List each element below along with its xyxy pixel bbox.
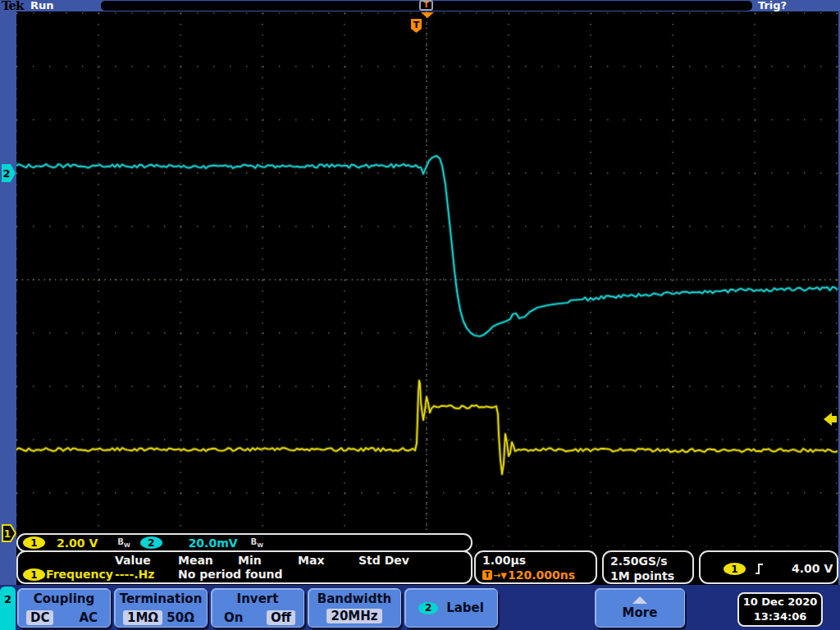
ch1-scale-value: 2.00 V bbox=[57, 536, 98, 550]
meas-header-mean: Mean bbox=[178, 554, 213, 567]
meas-value: ----.Hz bbox=[115, 568, 154, 581]
trigger-delay-value: 120.000ns bbox=[508, 568, 575, 582]
meas-source-badge: 1 bbox=[23, 568, 45, 581]
timebase-scale: 1.00μs bbox=[482, 554, 596, 567]
time-value: 13:34:06 bbox=[739, 609, 821, 624]
bandwidth-option-20mhz[interactable]: 20MHz bbox=[326, 609, 381, 623]
waveform-display bbox=[16, 11, 838, 585]
coupling-option-dc[interactable]: DC bbox=[26, 610, 53, 625]
bandwidth-button[interactable]: Bandwidth 20MHz bbox=[308, 588, 401, 628]
ch2-marker-label: 2 bbox=[2, 167, 10, 180]
pointer-down-icon: ▼ bbox=[500, 571, 507, 580]
meas-header-min: Min bbox=[238, 554, 262, 567]
acquisition-status: Run bbox=[30, 0, 54, 11]
acquisition-readout: 2.50GS/s 1M points bbox=[602, 550, 694, 584]
sample-rate: 2.50GS/s bbox=[610, 554, 692, 568]
coupling-button[interactable]: Coupling DC AC bbox=[17, 588, 111, 628]
date-value: 10 Dec 2020 bbox=[739, 595, 821, 609]
datetime-display: 10 Dec 2020 13:34:06 bbox=[737, 592, 823, 627]
invert-title: Invert bbox=[212, 591, 304, 606]
trigger-level-value: 4.00 V bbox=[792, 562, 833, 575]
termination-title: Termination bbox=[115, 591, 207, 606]
meas-name: Frequency bbox=[46, 568, 113, 581]
meas-header-value: Value bbox=[115, 554, 151, 567]
invert-option-on[interactable]: On bbox=[220, 610, 247, 625]
invert-button[interactable]: Invert On Off bbox=[211, 588, 304, 628]
ch2-badge: 2 bbox=[140, 536, 162, 549]
channel-menu-tab[interactable]: 2 bbox=[0, 587, 16, 630]
bandwidth-title: Bandwidth bbox=[308, 591, 400, 606]
coupling-title: Coupling bbox=[18, 591, 110, 606]
top-status-bar: Tek Run Trig? T bbox=[0, 0, 840, 11]
trigger-slope-icon bbox=[755, 563, 765, 575]
meas-note: No period found bbox=[178, 568, 283, 581]
ch1-marker-label: 1 bbox=[4, 528, 11, 540]
trigger-readout: 1 4.00 V bbox=[699, 550, 838, 584]
trigger-source-badge: 1 bbox=[724, 563, 746, 575]
record-length: 1M points bbox=[610, 568, 692, 583]
ch1-badge: 1 bbox=[23, 536, 45, 549]
ch2-bandwidth-limit-icon: BW bbox=[251, 537, 263, 549]
termination-option-50[interactable]: 50Ω bbox=[162, 610, 199, 625]
more-button[interactable]: More bbox=[595, 588, 685, 628]
termination-button[interactable]: Termination 1MΩ 50Ω bbox=[114, 588, 208, 628]
more-arrow-up-icon bbox=[632, 596, 647, 604]
invert-option-off[interactable]: Off bbox=[267, 610, 295, 625]
label-button-title: Label bbox=[446, 600, 484, 615]
channel-scale-readout: 1 2.00 V BW 2 20.0mV BW bbox=[16, 533, 472, 552]
ch1-bandwidth-limit-icon: BW bbox=[117, 537, 130, 549]
timebase-readout: 1.00μs T → ▼ 120.000ns bbox=[474, 550, 597, 584]
trigger-position-marker-icon[interactable]: T bbox=[419, 0, 433, 11]
trigger-delay-line: T → ▼ 120.000ns bbox=[482, 568, 596, 582]
meas-header-max: Max bbox=[298, 554, 324, 567]
oscilloscope-screen: 2 1 T Tek Run Trig? T 1 2.00 V BW 2 20.0… bbox=[0, 0, 840, 630]
termination-option-1m[interactable]: 1MΩ bbox=[123, 610, 162, 625]
more-button-title: More bbox=[623, 605, 658, 620]
arrow-right-icon: → bbox=[493, 570, 500, 581]
trigger-delay-badge-icon: T bbox=[482, 570, 492, 580]
meas-header-stddev: Std Dev bbox=[358, 554, 409, 567]
ch2-position-marker[interactable]: 2 bbox=[2, 164, 16, 182]
measurement-readout: Value Mean Min Max Std Dev 1 Frequency -… bbox=[16, 550, 472, 584]
label-channel-badge: 2 bbox=[418, 602, 438, 614]
ch1-position-marker[interactable]: 1 bbox=[2, 525, 16, 541]
tek-logo: Tek bbox=[2, 0, 23, 13]
ch2-scale-value: 20.0mV bbox=[189, 536, 238, 550]
trigger-status: Trig? bbox=[758, 0, 787, 11]
bottom-menu-bar: 2 Coupling DC AC Termination 1MΩ 50Ω Inv… bbox=[0, 585, 840, 630]
label-button[interactable]: 2 Label bbox=[404, 588, 498, 628]
coupling-option-ac[interactable]: AC bbox=[75, 610, 102, 625]
